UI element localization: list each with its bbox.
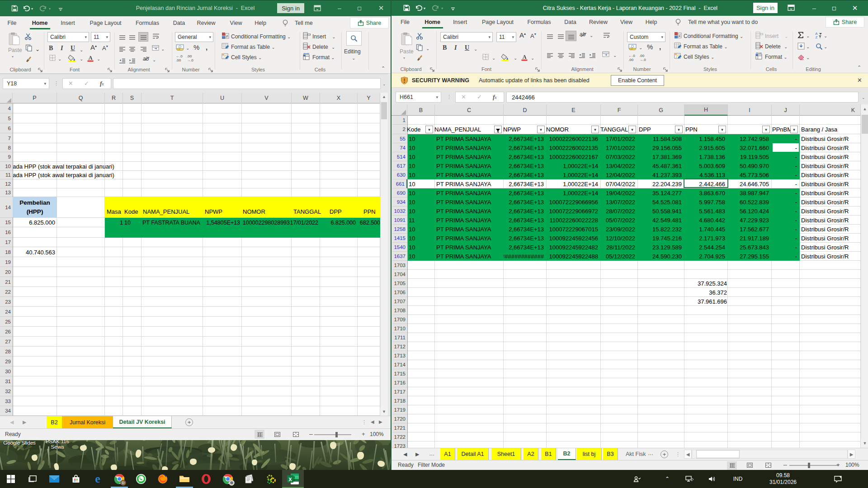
svg-text:Z: Z: [816, 35, 818, 39]
svg-text:X: X: [288, 477, 292, 482]
svg-text:A: A: [89, 55, 93, 61]
svg-text:≠: ≠: [226, 34, 228, 38]
svg-text:≠: ≠: [679, 33, 681, 38]
svg-text:A: A: [523, 54, 527, 60]
